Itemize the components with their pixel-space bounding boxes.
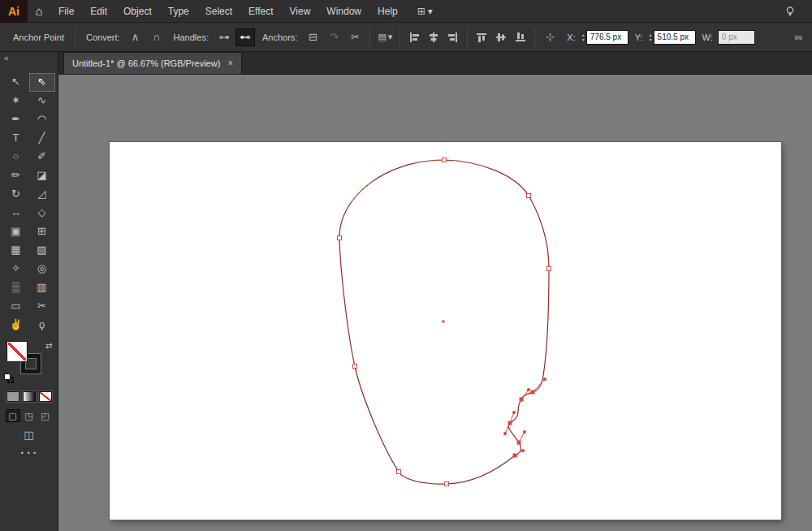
menu-item-object[interactable]: Object xyxy=(115,0,160,23)
width-tool-icon: ↔ xyxy=(11,206,21,218)
ellipse-tool[interactable]: ○ xyxy=(3,148,29,166)
type-tool-icon: T xyxy=(13,132,19,144)
eraser-tool[interactable]: ◪ xyxy=(29,166,55,185)
collapse-panel-icon[interactable]: « xyxy=(0,52,58,64)
reference-point-icon[interactable]: ⊹ xyxy=(540,28,559,46)
menu-item-effect[interactable]: Effect xyxy=(240,0,281,23)
column-graph-tool[interactable]: ▥ xyxy=(29,278,55,297)
eraser-tool-icon: ◪ xyxy=(37,169,46,181)
edit-toolbar-more-icon[interactable]: • • • xyxy=(21,449,37,457)
document-tab[interactable]: Untitled-1* @ 66.67% (RGB/Preview) × xyxy=(63,52,242,74)
free-transform-tool-icon: ◇ xyxy=(38,206,46,218)
pen-tool[interactable]: ✒ xyxy=(3,110,29,129)
cut-path-icon[interactable]: ✂ xyxy=(345,28,365,46)
tools-panel: « ∙ ∙ ∙ ∙ ↖ ⇖ ✶ ∿ ✒ ◠ T ╱ ○ ✐ ✏ ◪ ↻ ◿ ↔ … xyxy=(0,52,58,531)
separator xyxy=(75,28,76,47)
fill-stroke-control: ⇄ xyxy=(4,341,54,385)
pen-tool-icon: ✒ xyxy=(11,113,20,125)
gradient-button[interactable] xyxy=(23,391,36,402)
w-input[interactable]: 0 px xyxy=(718,30,755,45)
pencil-tool[interactable]: ✏ xyxy=(3,166,29,185)
connect-path-icon[interactable]: ↷ xyxy=(324,28,343,46)
hide-handles-icon[interactable]: ⊷ xyxy=(235,28,255,46)
rotate-tool[interactable]: ↻ xyxy=(3,185,29,204)
show-handles-icon[interactable]: ⊶ xyxy=(214,28,234,46)
draw-inside-icon[interactable]: ◰ xyxy=(38,409,53,422)
convert-to-smooth-icon[interactable]: ∩ xyxy=(147,28,166,46)
align-middle-icon[interactable] xyxy=(492,29,510,45)
screen-mode-icon[interactable]: ◫ xyxy=(24,429,33,441)
selection-tool[interactable]: ↖ xyxy=(3,73,29,92)
skull-outline-drawing[interactable] xyxy=(110,142,781,520)
menu-item-view[interactable]: View xyxy=(282,0,319,23)
paintbrush-tool[interactable]: ✐ xyxy=(29,148,55,166)
blend-tool[interactable]: ◎ xyxy=(29,260,55,278)
artboard-tool[interactable]: ▭ xyxy=(3,297,29,316)
workspace-icon: ⊞ xyxy=(417,6,425,17)
x-input[interactable]: 776.5 px xyxy=(586,30,628,45)
magic-wand-tool[interactable]: ✶ xyxy=(3,92,29,110)
align-center-icon[interactable] xyxy=(425,29,443,45)
panel-grip[interactable]: ∙ ∙ ∙ ∙ xyxy=(0,64,58,73)
lasso-tool[interactable]: ∿ xyxy=(29,92,55,110)
zoom-tool[interactable]: ϙ xyxy=(29,316,55,335)
mesh-tool[interactable]: ▦ xyxy=(3,241,29,260)
perspective-grid-tool[interactable]: ⊞ xyxy=(29,222,55,241)
align-right-icon[interactable] xyxy=(444,29,462,45)
default-fill-stroke-icon[interactable] xyxy=(4,373,14,383)
direct-selection-tool[interactable]: ⇖ xyxy=(29,73,55,92)
home-icon[interactable]: ⌂ xyxy=(28,0,50,23)
symbol-sprayer-tool-icon: ▒ xyxy=(12,281,19,293)
draw-normal-icon[interactable]: ▢ xyxy=(6,409,20,422)
y-input[interactable]: 510.5 px xyxy=(654,30,696,45)
align-left-icon[interactable] xyxy=(405,29,423,45)
artboard[interactable] xyxy=(110,142,781,520)
eyedropper-tool-icon: ✧ xyxy=(11,262,20,274)
color-button[interactable] xyxy=(6,391,19,402)
slice-tool-icon: ✂ xyxy=(37,300,46,312)
x-stepper[interactable]: ▴ ▾ xyxy=(582,32,585,42)
fill-swatch[interactable] xyxy=(7,342,27,361)
close-tab-icon[interactable]: × xyxy=(227,58,233,69)
discover-lightbulb-icon[interactable] xyxy=(780,1,801,22)
y-stepper[interactable]: ▴ ▾ xyxy=(650,32,652,42)
free-transform-tool[interactable]: ◇ xyxy=(29,204,55,222)
isolate-selection-dropdown[interactable]: ▤ ▾ xyxy=(378,32,392,42)
paint-mode-buttons xyxy=(6,391,52,402)
align-top-icon[interactable] xyxy=(473,29,490,45)
workspace-switcher[interactable]: ⊞ ▾ xyxy=(417,6,433,17)
pencil-tool-icon: ✏ xyxy=(11,169,20,181)
curvature-tool[interactable]: ◠ xyxy=(29,110,55,129)
menu-item-type[interactable]: Type xyxy=(160,0,197,23)
hand-tool[interactable]: ✌ xyxy=(3,316,29,335)
type-tool[interactable]: T xyxy=(3,129,29,148)
none-button[interactable] xyxy=(39,391,52,402)
eyedropper-tool[interactable]: ✧ xyxy=(3,260,29,278)
gradient-tool[interactable]: ▨ xyxy=(29,241,55,260)
column-graph-tool-icon: ▥ xyxy=(37,281,46,293)
slice-tool[interactable]: ✂ xyxy=(29,297,55,316)
menu-item-file[interactable]: File xyxy=(50,0,82,23)
magic-wand-tool-icon: ✶ xyxy=(11,94,20,106)
direct-selection-tool-icon: ⇖ xyxy=(37,76,46,88)
menu-item-edit[interactable]: Edit xyxy=(82,0,115,23)
menu-item-help[interactable]: Help xyxy=(369,0,406,23)
lasso-tool-icon: ∿ xyxy=(37,94,46,106)
app-logo[interactable]: Ai xyxy=(0,0,28,23)
constrain-proportions-icon[interactable]: ∞ xyxy=(795,31,802,43)
handles-label: Handles: xyxy=(174,32,209,42)
menu-item-window[interactable]: Window xyxy=(318,0,369,23)
swap-fill-stroke-icon[interactable]: ⇄ xyxy=(45,341,52,350)
width-tool[interactable]: ↔ xyxy=(3,204,29,222)
shape-builder-tool[interactable]: ▣ xyxy=(3,222,29,241)
scale-tool[interactable]: ◿ xyxy=(29,185,55,204)
selection-tool-icon: ↖ xyxy=(11,76,20,88)
draw-behind-icon[interactable]: ◳ xyxy=(22,409,37,422)
line-segment-tool[interactable]: ╱ xyxy=(29,129,55,148)
remove-anchor-icon[interactable]: ⊟ xyxy=(303,28,322,46)
convert-to-corner-icon[interactable]: ∧ xyxy=(126,28,145,46)
symbol-sprayer-tool[interactable]: ▒ xyxy=(3,278,29,297)
align-bottom-icon[interactable] xyxy=(512,29,529,45)
menu-item-select[interactable]: Select xyxy=(197,0,240,23)
canvas[interactable] xyxy=(58,75,812,531)
